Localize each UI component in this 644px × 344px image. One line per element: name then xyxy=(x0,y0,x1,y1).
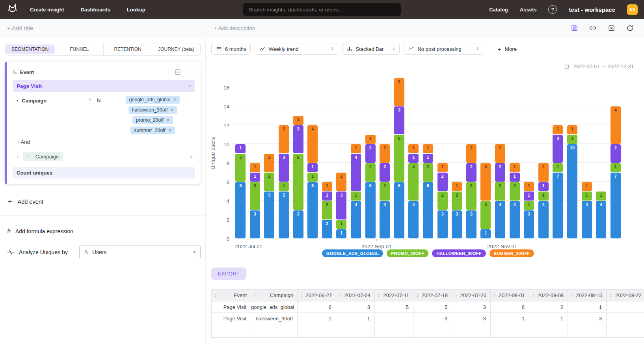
remove-breakdown-row-icon[interactable] xyxy=(190,154,193,159)
bar-value-label: 2 xyxy=(499,183,501,201)
sort-icon[interactable] xyxy=(300,294,303,298)
export-button[interactable]: EXPORT xyxy=(211,268,246,280)
bar-segment-google_ads_global: 4 xyxy=(380,201,390,238)
sort-icon[interactable] xyxy=(455,294,457,298)
copy-link-icon[interactable] xyxy=(589,24,597,32)
filter-value-chip[interactable]: summer_20off xyxy=(130,126,175,134)
add-event-button[interactable]: Add event xyxy=(5,198,201,205)
nav-lookup[interactable]: Lookup xyxy=(127,7,145,13)
nav-create-insight[interactable]: Create insight xyxy=(30,7,64,13)
remove-event-icon[interactable] xyxy=(188,84,191,89)
breakdown-chip[interactable]: Campaign xyxy=(23,152,63,161)
cat-logo-icon[interactable] xyxy=(6,3,20,16)
bar-value-label: 1 xyxy=(484,230,487,238)
sort-icon[interactable] xyxy=(609,294,612,298)
bar-segment-promo_20off: 1 xyxy=(279,182,289,191)
tab-funnel[interactable]: FUNNEL xyxy=(55,43,103,55)
tab-retention[interactable]: RETENTION xyxy=(103,43,152,55)
table-cell: Page Visit xyxy=(212,313,251,324)
workspace-name[interactable]: test - workspace xyxy=(569,6,615,13)
bar-2022-12-12: 411 xyxy=(579,68,594,238)
event-select-row[interactable]: Page Visit xyxy=(13,80,195,92)
remove-value-icon[interactable] xyxy=(173,97,176,102)
legend-summer-20off[interactable]: SUMMER_20OFF xyxy=(490,249,534,257)
legend-halloween-30off[interactable]: HALLOWEEN_30OFF xyxy=(432,249,486,257)
column-header-2022-07-25[interactable]: 2022-07-25 xyxy=(452,290,491,301)
sort-icon[interactable] xyxy=(493,294,496,298)
add-and-condition[interactable]: + And xyxy=(17,139,195,145)
bar-segment-promo_20off: 1 xyxy=(524,201,534,210)
bar-value-label: 1 xyxy=(355,192,357,201)
tab-journey[interactable]: JOURNEY (beta) xyxy=(152,43,200,55)
search-input[interactable] xyxy=(243,3,401,16)
column-header-2022-08-22[interactable]: 2022-08-22 xyxy=(607,290,644,301)
nav-assets[interactable]: Assets xyxy=(520,7,537,13)
bar-segment-halloween_30off: 1 xyxy=(524,192,534,201)
column-header-2022-08-15[interactable]: 2022-08-15 xyxy=(568,290,607,301)
table-cell: 3 xyxy=(336,301,375,313)
post-processing-select[interactable]: No post processing xyxy=(404,43,483,55)
filter-value-chip[interactable]: google_ads_global xyxy=(126,96,180,104)
legend-google-ads-global[interactable]: GOOGLE_ADS_GLOBAL xyxy=(322,249,383,257)
remove-value-icon[interactable] xyxy=(167,118,169,123)
column-header-2022-08-01[interactable]: 2022-08-01 xyxy=(491,290,529,301)
analyze-by-select[interactable]: Users xyxy=(79,245,201,259)
sort-icon[interactable] xyxy=(214,294,217,298)
table-cell xyxy=(568,324,607,338)
filter-operator[interactable]: is xyxy=(97,96,110,103)
column-header-Campaign[interactable]: Campaign xyxy=(251,290,298,301)
sort-icon[interactable] xyxy=(571,294,573,298)
remove-value-icon[interactable] xyxy=(169,128,171,133)
column-header-2022-08-08[interactable]: 2022-08-08 xyxy=(529,290,568,301)
sort-icon[interactable] xyxy=(416,294,419,298)
column-header-inner: 2022-08-15 xyxy=(571,292,602,298)
date-range-button[interactable]: 6 months xyxy=(211,43,251,55)
column-header-2022-06-27[interactable]: 2022-06-27 xyxy=(298,290,336,301)
filter-property[interactable]: Campaign xyxy=(22,98,47,104)
add-formula-button[interactable]: Add formula expression xyxy=(5,228,201,235)
bar-value-label: 3 xyxy=(297,211,300,238)
bar-value-label: 2 xyxy=(614,145,617,163)
refresh-icon[interactable] xyxy=(626,24,634,32)
bar-segment-summer_20off: 1 xyxy=(452,182,462,191)
sort-icon[interactable] xyxy=(378,294,380,298)
more-button[interactable]: More xyxy=(497,46,516,52)
close-insight-icon[interactable] xyxy=(607,24,615,32)
bars-container: 6313311522513336316114221111324141622142… xyxy=(233,68,623,238)
bar-value-label: 6 xyxy=(369,183,372,238)
nav-dashboards[interactable]: Dashboards xyxy=(81,7,110,13)
help-icon[interactable]: ? xyxy=(548,5,557,14)
add-description-field[interactable]: + Add description xyxy=(214,25,255,31)
table-cell: 3 xyxy=(413,313,452,324)
trend-select[interactable]: Weekly trend xyxy=(255,43,338,55)
sort-icon[interactable] xyxy=(254,294,256,298)
remove-filter-icon[interactable] xyxy=(88,96,97,102)
chart-type-select[interactable]: Stacked Bar xyxy=(342,43,400,55)
column-header-2022-07-04[interactable]: 2022-07-04 xyxy=(336,290,375,301)
column-header-inner: 2022-07-11 xyxy=(378,292,409,298)
add-title-field[interactable]: + Add title xyxy=(7,25,33,32)
remove-breakdown-icon[interactable] xyxy=(17,154,19,159)
bar-segment-halloween_30off: 1 xyxy=(538,182,549,191)
filter-value-chip[interactable]: promo_20off xyxy=(132,116,173,124)
bar-segment-promo_20off: 1 xyxy=(336,220,346,229)
table-row: Page Visithalloween_30off1133113 xyxy=(212,313,644,324)
sort-icon[interactable] xyxy=(339,294,341,298)
kebab-menu-icon[interactable] xyxy=(189,69,195,76)
column-header-2022-07-11[interactable]: 2022-07-11 xyxy=(375,290,413,301)
bar-2022-09-26: 6211 xyxy=(421,68,436,238)
remove-value-icon[interactable] xyxy=(171,108,173,112)
avatar[interactable]: AA xyxy=(627,4,638,15)
save-icon[interactable] xyxy=(570,24,578,32)
table-cell xyxy=(212,324,251,338)
legend-promo-20off[interactable]: PROMO_20OFF xyxy=(387,249,428,257)
column-header-Event[interactable]: Event xyxy=(212,290,251,301)
tab-segmentation[interactable]: SEGMENTATION xyxy=(5,43,55,55)
filter-value-chip[interactable]: halloween_30off xyxy=(128,106,177,114)
aggregation-row[interactable]: Count uniques xyxy=(13,167,195,179)
nav-catalog[interactable]: Catalog xyxy=(489,7,508,13)
bar-value-label: 2 xyxy=(268,173,271,191)
add-filter-icon[interactable] xyxy=(174,69,181,76)
column-header-2022-07-18[interactable]: 2022-07-18 xyxy=(413,290,452,301)
sort-icon[interactable] xyxy=(532,294,534,298)
